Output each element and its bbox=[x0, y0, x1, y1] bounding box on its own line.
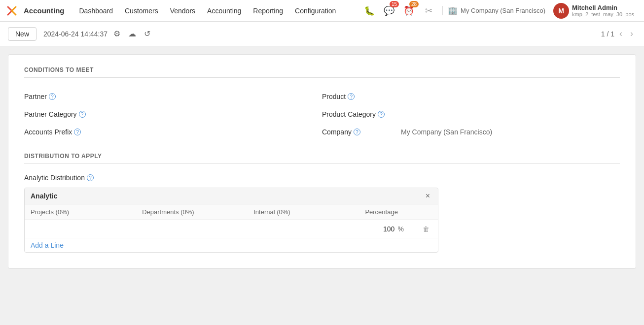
nav-dashboard[interactable]: Dashboard bbox=[74, 5, 118, 17]
analytic-close-button[interactable]: × bbox=[424, 192, 432, 200]
accounts-prefix-row: Accounts Prefix ? bbox=[24, 123, 322, 141]
partner-row: Partner ? bbox=[24, 88, 322, 105]
conditions-grid: Partner ? Partner Category ? Accounts Pr… bbox=[24, 88, 620, 141]
partner-help-icon[interactable]: ? bbox=[49, 93, 56, 100]
delete-row-button[interactable]: 🗑 bbox=[423, 225, 429, 233]
user-info: Mitchell Admin kmp_2_test_may_30_pos bbox=[572, 4, 634, 17]
messages-icon-button[interactable]: 💬 15 bbox=[381, 3, 397, 19]
conditions-right: Product ? Product Category ? Company ? bbox=[322, 88, 620, 141]
new-button[interactable]: New bbox=[8, 27, 36, 41]
company-row: Company ? My Company (San Francisco) bbox=[322, 123, 620, 141]
table-row: % 🗑 bbox=[25, 220, 438, 238]
analytic-header: Analytic × bbox=[25, 188, 438, 204]
form-card: CONDITIONS TO MEET Partner ? Partner Cat… bbox=[8, 54, 636, 269]
messages-badge: 15 bbox=[390, 1, 399, 7]
departments-cell[interactable] bbox=[136, 220, 248, 238]
record-datetime: 2024-06-24 14:44:37 bbox=[43, 30, 107, 38]
partner-category-row: Partner Category ? bbox=[24, 105, 322, 123]
nav-reporting[interactable]: Reporting bbox=[248, 5, 288, 17]
avatar: M bbox=[553, 3, 569, 19]
analytic-distribution-help-icon[interactable]: ? bbox=[87, 174, 94, 181]
company-help-icon[interactable]: ? bbox=[354, 129, 360, 135]
user-name: Mitchell Admin bbox=[572, 4, 634, 11]
product-category-help-icon[interactable]: ? bbox=[378, 111, 385, 118]
projects-cell[interactable] bbox=[25, 220, 136, 238]
discard-icon-button[interactable]: ↺ bbox=[142, 27, 152, 40]
col-projects: Projects (0%) bbox=[25, 204, 136, 220]
top-navigation: Accounting Dashboard Customers Vendors A… bbox=[0, 0, 644, 22]
product-help-icon[interactable]: ? bbox=[348, 93, 355, 100]
nav-configuration[interactable]: Configuration bbox=[290, 5, 341, 17]
col-percentage: Percentage bbox=[359, 204, 416, 220]
percentage-input[interactable] bbox=[365, 225, 394, 233]
percent-symbol: % bbox=[397, 225, 403, 233]
analytic-widget: Analytic × Projects (0%) Departments (0%… bbox=[24, 188, 438, 253]
add-line-row: Add a Line bbox=[25, 238, 438, 253]
departments-input[interactable] bbox=[142, 225, 242, 233]
conditions-section-header: CONDITIONS TO MEET bbox=[24, 66, 620, 78]
company-label: Company ? bbox=[322, 128, 401, 136]
col-internal: Internal (0%) bbox=[248, 204, 359, 220]
app-name: Accounting bbox=[24, 6, 65, 15]
product-category-label: Product Category ? bbox=[322, 110, 401, 118]
product-row: Product ? bbox=[322, 88, 620, 105]
next-page-button[interactable]: › bbox=[627, 28, 636, 40]
col-departments: Departments (0%) bbox=[136, 204, 248, 220]
internal-input[interactable] bbox=[253, 225, 353, 233]
accounts-prefix-label: Accounts Prefix ? bbox=[24, 128, 103, 136]
analytic-table-header-row: Projects (0%) Departments (0%) Internal … bbox=[25, 204, 438, 220]
nav-vendors[interactable]: Vendors bbox=[165, 5, 200, 17]
clock-icon-button[interactable]: ⏰ 28 bbox=[401, 3, 417, 19]
app-logo[interactable] bbox=[6, 5, 18, 17]
nav-icons: 🐛 💬 15 ⏰ 28 ✂ 🏢 My Company (San Francisc… bbox=[361, 1, 638, 21]
analytic-distribution-row: Analytic Distribution ? bbox=[24, 174, 620, 182]
main-content: CONDITIONS TO MEET Partner ? Partner Cat… bbox=[0, 46, 644, 277]
pagination: 1 / 1 ‹ › bbox=[601, 28, 636, 40]
analytic-table: Projects (0%) Departments (0%) Internal … bbox=[25, 204, 438, 252]
delete-cell[interactable]: 🗑 bbox=[417, 220, 438, 238]
scissors-icon-button[interactable]: ✂ bbox=[421, 3, 436, 19]
projects-input[interactable] bbox=[31, 225, 130, 233]
company-value: My Company (San Francisco) bbox=[401, 128, 492, 136]
col-actions bbox=[417, 204, 438, 220]
add-line-button[interactable]: Add a Line bbox=[31, 241, 64, 249]
nav-accounting[interactable]: Accounting bbox=[202, 5, 246, 17]
partner-label: Partner ? bbox=[24, 93, 103, 100]
percentage-cell[interactable]: % bbox=[359, 220, 416, 238]
company-name: My Company (San Francisco) bbox=[461, 7, 545, 14]
company-selector[interactable]: 🏢 My Company (San Francisco) bbox=[442, 6, 545, 15]
clock-badge: 28 bbox=[409, 1, 419, 7]
user-company: kmp_2_test_may_30_pos bbox=[572, 11, 634, 17]
toolbar: New 2024-06-24 14:44:37 ⚙ ☁ ↺ 1 / 1 ‹ › bbox=[0, 22, 644, 46]
add-line-cell: Add a Line bbox=[25, 238, 438, 253]
product-category-row: Product Category ? bbox=[322, 105, 620, 123]
product-label: Product ? bbox=[322, 93, 401, 100]
page-indicator: 1 / 1 bbox=[601, 30, 614, 38]
analytic-distribution-label: Analytic Distribution ? bbox=[24, 174, 103, 182]
conditions-left: Partner ? Partner Category ? Accounts Pr… bbox=[24, 88, 322, 141]
distribution-section-header: DISTRIBUTION TO APPLY bbox=[24, 153, 620, 164]
accounts-prefix-help-icon[interactable]: ? bbox=[74, 129, 81, 135]
partner-category-help-icon[interactable]: ? bbox=[79, 111, 86, 118]
settings-icon-button[interactable]: ⚙ bbox=[111, 27, 122, 40]
user-menu[interactable]: M Mitchell Admin kmp_2_test_may_30_pos bbox=[549, 1, 638, 21]
nav-customers[interactable]: Customers bbox=[120, 5, 163, 17]
partner-category-label: Partner Category ? bbox=[24, 110, 103, 118]
distribution-section: DISTRIBUTION TO APPLY Analytic Distribut… bbox=[24, 153, 620, 253]
save-cloud-icon-button[interactable]: ☁ bbox=[126, 27, 138, 40]
bug-icon-button[interactable]: 🐛 bbox=[361, 3, 377, 19]
analytic-title: Analytic bbox=[31, 192, 57, 200]
internal-cell[interactable] bbox=[248, 220, 359, 238]
prev-page-button[interactable]: ‹ bbox=[616, 28, 625, 40]
